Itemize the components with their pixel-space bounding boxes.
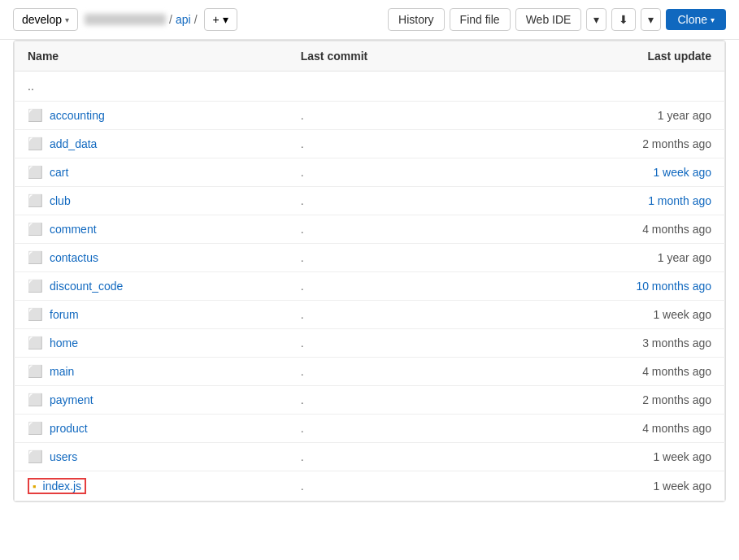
file-name-cell: ⬜ users <box>15 443 288 471</box>
update-cell: 1 week ago <box>497 443 725 471</box>
file-link[interactable]: club <box>50 194 71 207</box>
commit-cell: . <box>288 130 497 158</box>
file-link[interactable]: add_data <box>50 137 97 150</box>
add-label: + <box>213 13 220 26</box>
toolbar: develop ▾ / api / + ▾ History Find file … <box>0 0 739 40</box>
breadcrumb: / api / <box>85 13 197 26</box>
add-chevron-icon: ▾ <box>223 13 228 26</box>
file-name-cell: ⬜ club <box>15 187 288 215</box>
branch-chevron-icon: ▾ <box>65 15 69 24</box>
download-button[interactable]: ⬇ <box>611 8 636 31</box>
table-row: ⬜ accounting . 1 year ago <box>15 102 725 130</box>
file-name-cell: ⬜ add_data <box>15 130 288 158</box>
file-name-cell: ⬜ comment <box>15 215 288 244</box>
file-name-cell: ⬜ accounting <box>15 102 288 130</box>
table-row: ⬜ comment . 4 months ago <box>15 215 725 244</box>
branch-name: develop <box>22 13 62 26</box>
file-table-wrapper: Name Last commit Last update .. ⬜ accoun… <box>13 40 726 502</box>
breadcrumb-sep2: / <box>194 13 198 26</box>
add-button[interactable]: + ▾ <box>204 8 237 31</box>
update-cell: 3 months ago <box>497 329 725 358</box>
folder-icon: ⬜ <box>28 108 43 123</box>
table-row: ⬜ main . 4 months ago <box>15 358 725 386</box>
clone-button[interactable]: Clone ▾ <box>666 9 726 30</box>
file-link[interactable]: discount_code <box>50 280 123 293</box>
commit-cell: . <box>288 187 497 215</box>
folder-icon: ⬜ <box>28 193 43 208</box>
file-link[interactable]: cart <box>50 166 68 179</box>
file-link[interactable]: index.js <box>43 480 81 493</box>
file-name-cell: ▪ index.js <box>15 471 288 501</box>
update-cell: 4 months ago <box>497 215 725 244</box>
col-name: Name <box>15 41 288 72</box>
col-last-update: Last update <box>497 41 725 72</box>
table-row: ⬜ product . 4 months ago <box>15 415 725 443</box>
update-cell: 1 month ago <box>497 187 725 215</box>
file-name-cell: ⬜ discount_code <box>15 272 288 301</box>
commit-cell: . <box>288 215 497 244</box>
file-link[interactable]: home <box>50 336 78 349</box>
branch-dropdown[interactable]: develop ▾ <box>13 8 78 31</box>
find-file-button[interactable]: Find file <box>450 8 511 31</box>
commit-cell: . <box>288 301 497 329</box>
parent-dir-cell: .. <box>15 72 725 102</box>
table-row: ⬜ cart . 1 week ago <box>15 158 725 187</box>
history-button[interactable]: History <box>388 8 445 31</box>
table-row: ▪ index.js . 1 week ago <box>15 471 725 501</box>
update-cell: 1 week ago <box>497 301 725 329</box>
file-link[interactable]: accounting <box>50 109 105 122</box>
file-link[interactable]: main <box>50 365 74 378</box>
web-ide-dropdown-icon[interactable]: ▾ <box>586 8 606 31</box>
toolbar-right: History Find file Web IDE ▾ ⬇ ▾ Clone ▾ <box>388 8 726 31</box>
table-row: ⬜ club . 1 month ago <box>15 187 725 215</box>
commit-cell: . <box>288 443 497 471</box>
download-dropdown-icon[interactable]: ▾ <box>641 8 661 31</box>
file-link[interactable]: forum <box>50 308 79 321</box>
commit-cell: . <box>288 158 497 187</box>
file-name-cell: ⬜ payment <box>15 386 288 415</box>
file-link[interactable]: users <box>50 450 77 463</box>
breadcrumb-api[interactable]: api <box>176 13 191 26</box>
commit-cell: . <box>288 358 497 386</box>
file-browser-container: Name Last commit Last update .. ⬜ accoun… <box>0 40 739 515</box>
file-name-cell: ⬜ contactus <box>15 244 288 272</box>
folder-icon: ⬜ <box>28 279 43 293</box>
folder-icon: ⬜ <box>28 421 43 436</box>
table-row: ⬜ discount_code . 10 months ago <box>15 272 725 301</box>
update-cell: 1 week ago <box>497 158 725 187</box>
file-table: Name Last commit Last update .. ⬜ accoun… <box>14 41 725 501</box>
table-header-row: Name Last commit Last update <box>15 41 725 72</box>
file-link[interactable]: product <box>50 422 88 435</box>
commit-cell: . <box>288 272 497 301</box>
folder-icon: ⬜ <box>28 364 43 379</box>
parent-dir-row: .. <box>15 72 725 102</box>
breadcrumb-repo <box>85 14 166 25</box>
folder-icon: ⬜ <box>28 307 43 322</box>
file-link[interactable]: comment <box>50 223 97 236</box>
clone-label: Clone <box>677 13 707 26</box>
folder-icon: ⬜ <box>28 137 43 151</box>
update-cell: 1 year ago <box>497 244 725 272</box>
table-row: ⬜ users . 1 week ago <box>15 443 725 471</box>
file-link[interactable]: payment <box>50 393 93 406</box>
file-link[interactable]: contactus <box>50 251 98 264</box>
web-ide-button[interactable]: Web IDE <box>515 8 582 31</box>
file-name-cell: ⬜ forum <box>15 301 288 329</box>
update-cell: 10 months ago <box>497 272 725 301</box>
folder-icon: ⬜ <box>28 165 43 180</box>
file-name-cell: ⬜ home <box>15 329 288 358</box>
update-cell: 4 months ago <box>497 415 725 443</box>
table-row: ⬜ home . 3 months ago <box>15 329 725 358</box>
file-icon: ▪ <box>33 480 37 493</box>
commit-cell: . <box>288 415 497 443</box>
file-name-cell: ⬜ product <box>15 415 288 443</box>
clone-chevron-icon: ▾ <box>711 15 715 24</box>
commit-cell: . <box>288 102 497 130</box>
breadcrumb-sep1: / <box>169 13 172 26</box>
file-name-cell: ⬜ cart <box>15 158 288 187</box>
commit-cell: . <box>288 329 497 358</box>
file-name-cell: ⬜ main <box>15 358 288 386</box>
table-row: ⬜ payment . 2 months ago <box>15 386 725 415</box>
folder-icon: ⬜ <box>28 449 43 464</box>
folder-icon: ⬜ <box>28 393 43 407</box>
